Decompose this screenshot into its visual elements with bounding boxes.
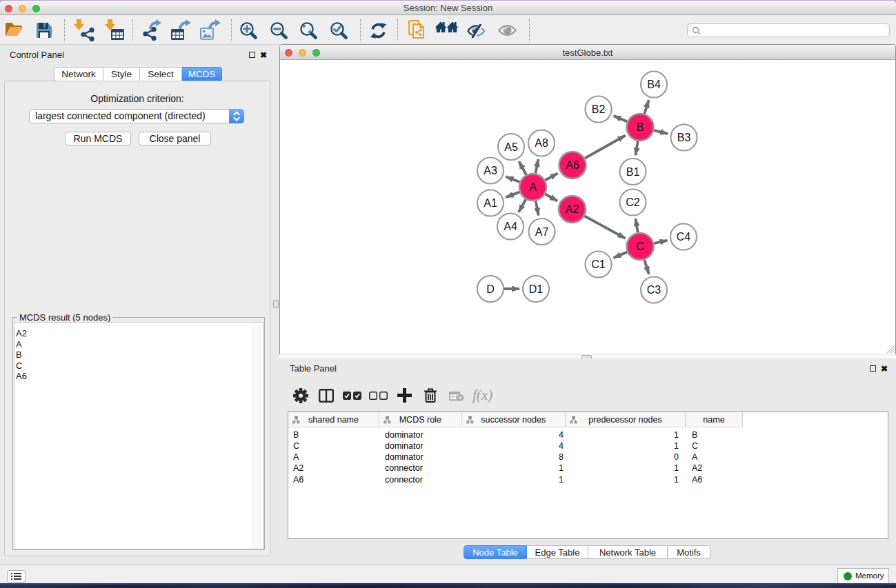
svg-text:A5: A5 [504,141,518,153]
svg-text:A2: A2 [566,203,579,215]
svg-text:A4: A4 [504,221,517,232]
svg-text:B2: B2 [592,103,606,115]
svg-text:A3: A3 [484,165,497,176]
svg-text:A6: A6 [566,159,579,171]
svg-text:C: C [636,241,644,252]
svg-text:A: A [529,181,537,193]
svg-text:C1: C1 [591,258,606,270]
svg-text:B4: B4 [647,79,661,90]
svg-text:D: D [486,283,495,295]
svg-text:A1: A1 [484,197,497,209]
svg-text:A7: A7 [535,226,549,238]
svg-text:D1: D1 [529,283,544,295]
svg-text:C3: C3 [647,284,661,296]
svg-text:B1: B1 [626,166,640,178]
svg-text:B: B [637,121,644,133]
svg-text:C4: C4 [677,231,691,243]
svg-text:C2: C2 [626,196,640,208]
svg-text:B3: B3 [677,132,691,143]
svg-text:A8: A8 [535,137,548,149]
